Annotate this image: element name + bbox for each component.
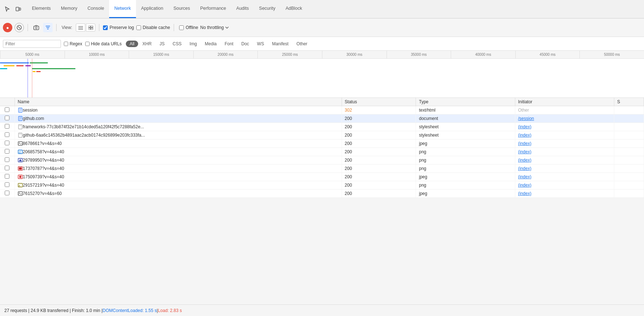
tab-performance[interactable]: Performance <box>195 0 231 18</box>
offline-label[interactable]: Offline <box>186 25 198 30</box>
record-button[interactable]: ● <box>3 23 12 32</box>
row-initiator-cell[interactable]: (index) <box>515 190 614 198</box>
filter-pill-css[interactable]: CSS <box>169 41 185 47</box>
row-name-cell[interactable]: 17370787?v=4&s=40 <box>15 165 342 173</box>
inspect-icon-btn[interactable] <box>3 5 12 13</box>
row-name-cell[interactable]: 29789950?v=4&s=40 <box>15 156 342 165</box>
row-name-cell[interactable]: github-6aa6c145362b4891aac2acb0174c92689… <box>15 131 342 140</box>
col-initiator-header[interactable]: Initiator <box>515 98 614 106</box>
initiator-link[interactable]: (index) <box>518 158 532 163</box>
clear-button[interactable] <box>15 23 24 32</box>
table-row[interactable]: A29157219?v=4&s=40200png(index) <box>0 181 644 190</box>
col-size-header[interactable]: S <box>614 98 644 106</box>
row-initiator-cell[interactable]: (index) <box>515 181 614 190</box>
preserve-log-label[interactable]: Preserve log <box>110 25 134 30</box>
row-initiator-cell[interactable]: (index) <box>515 148 614 156</box>
col-status-header[interactable]: Status <box>342 98 416 106</box>
regex-checkbox[interactable] <box>64 42 68 46</box>
preserve-log-checkbox[interactable] <box>103 25 108 30</box>
row-checkbox[interactable] <box>5 124 9 129</box>
filter-button[interactable] <box>43 23 53 32</box>
filter-pill-manifest[interactable]: Manifest <box>268 41 292 47</box>
col-name-header[interactable]: Name <box>15 98 342 106</box>
filter-pill-doc[interactable]: Doc <box>238 41 253 47</box>
initiator-link[interactable]: /session <box>518 116 534 121</box>
row-name-cell[interactable]: 7615270?v=4&s=60 <box>15 190 342 198</box>
row-initiator-cell[interactable]: (index) <box>515 173 614 181</box>
regex-label[interactable]: Regex <box>70 41 82 46</box>
row-checkbox[interactable] <box>5 166 9 170</box>
tab-audits[interactable]: Audits <box>231 0 254 18</box>
view-group-btn[interactable] <box>86 24 95 32</box>
tab-console[interactable]: Console <box>82 0 109 18</box>
row-name-cell[interactable]: frameworks-77c3b874f32e71b14cded5a120f42… <box>15 123 342 131</box>
row-checkbox[interactable] <box>5 149 9 154</box>
filter-pill-all[interactable]: All <box>126 41 138 47</box>
row-initiator-cell[interactable]: (index) <box>515 165 614 173</box>
row-checkbox[interactable] <box>5 132 9 137</box>
initiator-link[interactable]: (index) <box>518 149 532 154</box>
filter-pill-img[interactable]: Img <box>186 41 201 47</box>
disable-cache-checkbox[interactable] <box>136 25 141 30</box>
table-row[interactable]: 17509739?v=4&s=40200jpeg(index) <box>0 173 644 181</box>
view-list-btn[interactable] <box>76 24 85 32</box>
row-checkbox[interactable] <box>5 157 9 162</box>
tab-security[interactable]: Security <box>254 0 280 18</box>
tab-memory[interactable]: Memory <box>56 0 82 18</box>
row-checkbox[interactable] <box>5 174 9 179</box>
table-row[interactable]: 17370787?v=4&s=40200png(index) <box>0 165 644 173</box>
initiator-link[interactable]: (index) <box>518 141 532 146</box>
tab-elements[interactable]: Elements <box>27 0 56 18</box>
initiator-link[interactable]: (index) <box>518 174 532 179</box>
tab-network[interactable]: Network <box>109 0 136 18</box>
row-checkbox[interactable] <box>5 191 9 195</box>
table-row[interactable]: C20685758?v=4&s=40200png(index) <box>0 148 644 156</box>
hide-data-urls-label[interactable]: Hide data URLs <box>91 41 122 46</box>
row-initiator-cell[interactable]: (index) <box>515 156 614 165</box>
filter-pill-font[interactable]: Font <box>221 41 237 47</box>
row-initiator-cell[interactable]: (index) <box>515 123 614 131</box>
initiator-link[interactable]: (index) <box>518 124 532 129</box>
disable-cache-label[interactable]: Disable cache <box>143 25 170 30</box>
initiator-link[interactable]: (index) <box>518 133 532 138</box>
row-name-cell[interactable]: A29157219?v=4&s=40 <box>15 181 342 190</box>
row-initiator-cell[interactable]: /session <box>515 115 614 123</box>
tab-adblock[interactable]: AdBlock <box>280 0 307 18</box>
initiator-link[interactable]: (index) <box>518 183 532 188</box>
throttle-selector[interactable]: No throttling <box>200 25 229 30</box>
view-buttons <box>76 24 95 32</box>
filter-pill-ws[interactable]: WS <box>253 41 268 47</box>
table-row[interactable]: frameworks-77c3b874f32e71b14cded5a120f42… <box>0 123 644 131</box>
row-initiator-cell[interactable]: (index) <box>515 131 614 140</box>
row-name-cell[interactable]: 17509739?v=4&s=40 <box>15 173 342 181</box>
device-icon-btn[interactable] <box>14 5 22 13</box>
table-row[interactable]: 8678661?v=4&s=40200jpeg(index) <box>0 140 644 148</box>
tab-sources[interactable]: Sources <box>168 0 195 18</box>
row-checkbox[interactable] <box>5 141 9 145</box>
filter-pill-js[interactable]: JS <box>156 41 168 47</box>
initiator-link[interactable]: (index) <box>518 191 532 196</box>
filter-pill-xhr[interactable]: XHR <box>139 41 155 47</box>
hide-data-urls-checkbox[interactable] <box>85 42 90 46</box>
filter-pill-media[interactable]: Media <box>201 41 220 47</box>
row-name-cell[interactable]: C20685758?v=4&s=40 <box>15 148 342 156</box>
row-name-cell[interactable]: 8678661?v=4&s=40 <box>15 140 342 148</box>
offline-checkbox[interactable] <box>179 25 184 30</box>
table-row[interactable]: 7615270?v=4&s=60200jpeg(index) <box>0 190 644 198</box>
row-initiator-cell[interactable]: (index) <box>515 140 614 148</box>
col-type-header[interactable]: Type <box>416 98 515 106</box>
screenshot-button[interactable] <box>32 23 41 32</box>
row-checkbox[interactable] <box>5 116 9 120</box>
filter-input[interactable] <box>3 40 61 48</box>
row-name-cell[interactable]: github.com <box>15 115 342 123</box>
row-name-cell[interactable]: session <box>15 106 342 115</box>
filter-pill-other[interactable]: Other <box>293 41 311 47</box>
initiator-link[interactable]: (index) <box>518 166 532 171</box>
table-row[interactable]: github.com200document/session <box>0 115 644 123</box>
tab-application[interactable]: Application <box>136 0 168 18</box>
table-row[interactable]: 29789950?v=4&s=40200png(index) <box>0 156 644 165</box>
table-row[interactable]: github-6aa6c145362b4891aac2acb0174c92689… <box>0 131 644 140</box>
row-checkbox[interactable] <box>5 182 9 187</box>
row-checkbox[interactable] <box>5 107 9 112</box>
table-row[interactable]: session302text/htmlOther <box>0 106 644 115</box>
